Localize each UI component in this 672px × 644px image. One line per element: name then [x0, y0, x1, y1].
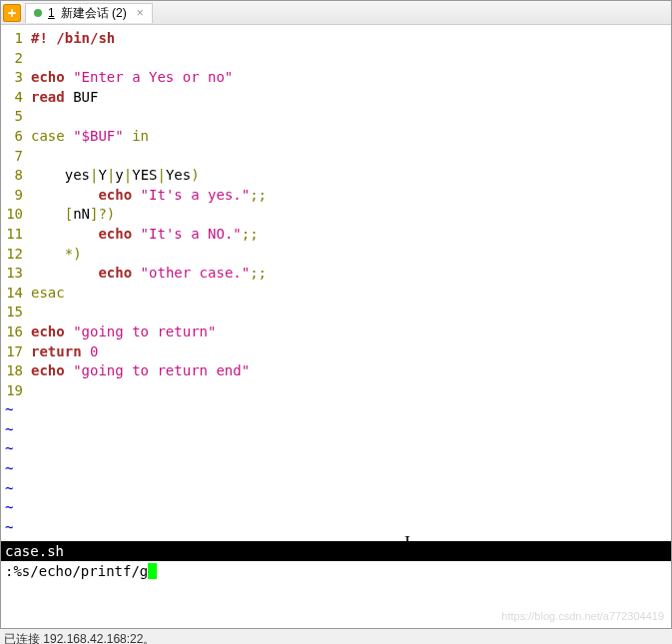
- session-tab[interactable]: 1 新建会话 (2) ×: [25, 3, 153, 23]
- code-line[interactable]: 7: [1, 147, 671, 167]
- vim-command-text: :%s/echo/printf/g: [5, 563, 148, 579]
- code-content: echo "It's a yes.";;: [31, 186, 671, 206]
- line-number: 10: [1, 205, 31, 225]
- empty-line-tilde: ~: [1, 479, 671, 499]
- line-number: 11: [1, 225, 31, 245]
- code-line[interactable]: 13 echo "other case.";;: [1, 264, 671, 284]
- line-number: 7: [1, 147, 31, 167]
- code-content: *): [31, 245, 671, 265]
- line-number: 9: [1, 186, 31, 206]
- line-number: 6: [1, 127, 31, 147]
- code-content: yes|Y|y|YES|Yes): [31, 166, 671, 186]
- code-line[interactable]: 5: [1, 107, 671, 127]
- code-line[interactable]: 17return 0: [1, 342, 671, 362]
- code-line[interactable]: 3echo "Enter a Yes or no": [1, 68, 671, 88]
- vim-command-line[interactable]: :%s/echo/printf/g: [1, 561, 671, 581]
- empty-line-tilde: ~: [1, 498, 671, 518]
- code-content: [31, 147, 671, 167]
- code-content: echo "Enter a Yes or no": [31, 68, 671, 88]
- code-line[interactable]: 9 echo "It's a yes.";;: [1, 186, 671, 206]
- code-line[interactable]: 19: [1, 381, 671, 401]
- close-tab-icon[interactable]: ×: [137, 6, 144, 20]
- code-line[interactable]: 6case "$BUF" in: [1, 127, 671, 147]
- code-line[interactable]: 4read BUF: [1, 88, 671, 108]
- code-content: [31, 107, 671, 127]
- tab-number: 1: [48, 6, 55, 20]
- code-content: return 0: [31, 342, 671, 362]
- code-line[interactable]: 15: [1, 303, 671, 322]
- cursor-icon: [148, 563, 157, 579]
- line-number: 19: [1, 381, 31, 401]
- code-area[interactable]: 1#! /bin/sh23echo "Enter a Yes or no"4re…: [1, 25, 671, 541]
- code-content: read BUF: [31, 88, 671, 108]
- code-content: [31, 49, 671, 69]
- filename-bar: case.sh: [1, 541, 671, 561]
- line-number: 17: [1, 342, 31, 362]
- tab-bar: + 1 新建会话 (2) ×: [1, 1, 671, 25]
- code-content: [nN]?): [31, 205, 671, 225]
- code-content: echo "going to return": [31, 322, 671, 342]
- line-number: 12: [1, 245, 31, 265]
- empty-line-tilde: ~: [1, 439, 671, 459]
- code-line[interactable]: 10 [nN]?): [1, 205, 671, 225]
- line-number: 15: [1, 303, 31, 322]
- code-line[interactable]: 11 echo "It's a NO.";;: [1, 225, 671, 245]
- watermark: https://blog.csdn.net/a772304419: [501, 610, 664, 622]
- line-number: 18: [1, 361, 31, 381]
- editor-window: + 1 新建会话 (2) × 1#! /bin/sh23echo "Enter …: [0, 0, 672, 629]
- line-number: 2: [1, 49, 31, 69]
- empty-line-tilde: ~: [1, 518, 671, 538]
- code-content: esac: [31, 284, 671, 304]
- code-line[interactable]: 16echo "going to return": [1, 322, 671, 342]
- code-line[interactable]: 12 *): [1, 245, 671, 265]
- text-cursor-icon: I: [404, 533, 410, 554]
- code-content: #! /bin/sh: [31, 29, 671, 49]
- connection-status-bar: 已连接 192.168.42.168:22。: [0, 629, 672, 644]
- line-number: 1: [1, 29, 31, 49]
- line-number: 5: [1, 107, 31, 127]
- line-number: 13: [1, 264, 31, 284]
- new-tab-button[interactable]: +: [3, 4, 21, 22]
- code-content: echo "It's a NO.";;: [31, 225, 671, 245]
- line-number: 16: [1, 322, 31, 342]
- code-line[interactable]: 8 yes|Y|y|YES|Yes): [1, 166, 671, 186]
- line-number: 14: [1, 284, 31, 304]
- code-content: echo "other case.";;: [31, 264, 671, 284]
- line-number: 3: [1, 68, 31, 88]
- code-line[interactable]: 2: [1, 49, 671, 69]
- empty-line-tilde: ~: [1, 420, 671, 440]
- code-content: case "$BUF" in: [31, 127, 671, 147]
- line-number: 4: [1, 88, 31, 108]
- empty-line-tilde: ~: [1, 459, 671, 479]
- code-line[interactable]: 1#! /bin/sh: [1, 29, 671, 49]
- code-content: [31, 381, 671, 401]
- code-content: [31, 303, 671, 322]
- connection-status-icon: [34, 9, 42, 17]
- empty-line-tilde: ~: [1, 400, 671, 420]
- code-line[interactable]: 18echo "going to return end": [1, 361, 671, 381]
- tab-title: 新建会话 (2): [61, 5, 127, 22]
- line-number: 8: [1, 166, 31, 186]
- code-line[interactable]: 14esac: [1, 284, 671, 304]
- code-content: echo "going to return end": [31, 361, 671, 381]
- editor-area[interactable]: 1#! /bin/sh23echo "Enter a Yes or no"4re…: [1, 25, 671, 579]
